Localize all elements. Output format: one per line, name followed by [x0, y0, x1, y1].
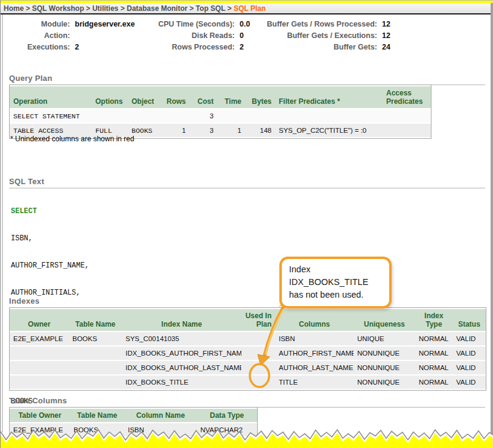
- cell-uniqueness: NONUNIQUE: [354, 376, 415, 389]
- table-row: [10, 438, 257, 448]
- cell-uniqueness: NONUNIQUE: [354, 361, 415, 374]
- cell-index-name: SYS_C00141035: [122, 332, 241, 345]
- cell-uniqueness: NONUNIQUE: [354, 347, 415, 360]
- cell-table-name: BOOKS: [70, 423, 124, 437]
- column-header: Column Name: [124, 409, 197, 422]
- column-header: Rows: [163, 86, 189, 108]
- summary-value: 12: [382, 30, 390, 42]
- column-header: Object: [128, 86, 163, 108]
- cell-bytes: [245, 109, 275, 123]
- table-row: IDX_BOOKS_AUTHOR_FIRST_NAME AUTHOR_FIRST…: [10, 347, 486, 360]
- query-plan-table: Operation Options Object Rows Cost Time …: [9, 85, 431, 139]
- column-header: Index Name: [122, 309, 241, 331]
- query-plan-header-row: Operation Options Object Rows Cost Time …: [10, 86, 431, 108]
- callout-line: Index IDX_BOOKS_TITLE: [289, 263, 382, 289]
- indexes-table: Owner Table Name Index Name Used In Plan…: [9, 307, 486, 391]
- cell-rows: [163, 109, 189, 123]
- table-row: E2E_EXAMPLE BOOKS SYS_C00141035 ISBN UNI…: [10, 332, 486, 345]
- cell-filter-predicates: [275, 109, 383, 123]
- cell-status: VALID: [453, 361, 486, 374]
- breadcrumb-separator: >: [225, 4, 234, 13]
- cell-data-type: NVARCHAR2: [197, 423, 257, 437]
- cell-owner: E2E_EXAMPLE: [10, 332, 69, 345]
- cell-columns: AUTHOR_FIRST_NAME: [275, 347, 354, 360]
- table-row: IDX_BOOKS_TITLE TITLE NONUNIQUE NORMAL V…: [10, 376, 486, 389]
- cell-owner: [10, 376, 69, 389]
- page-left-border: [2, 14, 3, 432]
- cell-cost: 3: [189, 109, 217, 123]
- column-header: Data Type: [197, 409, 257, 422]
- column-header: Columns: [275, 309, 354, 331]
- column-header: Table Owner: [10, 409, 70, 422]
- cell-used-in-plan: [241, 376, 275, 389]
- breadcrumb: Home > SQL Workshop > Utilities > Databa…: [1, 3, 493, 14]
- table-columns-title: Table Columns: [9, 396, 485, 408]
- annotation-callout: Index IDX_BOOKS_TITLE has not been used.: [279, 257, 392, 309]
- table-row: E2E_EXAMPLE BOOKS ISBN NVARCHAR2: [10, 423, 257, 437]
- table-row: SELECT STATEMENT 3: [10, 109, 431, 123]
- cell-table-owner: E2E_EXAMPLE: [10, 423, 70, 437]
- column-header: Uniqueness: [354, 309, 415, 331]
- cell-index-type: NORMAL: [415, 376, 453, 389]
- column-header: Options: [92, 86, 128, 108]
- breadcrumb-item-utilities[interactable]: Utilities: [92, 4, 118, 13]
- summary-value: 12: [382, 19, 390, 30]
- breadcrumb-item-sql-workshop[interactable]: SQL Workshop: [32, 4, 84, 13]
- cell-index-type: NORMAL: [415, 332, 453, 345]
- cell-table-name: [70, 438, 124, 448]
- breadcrumb-item-top-sql[interactable]: Top SQL: [196, 4, 225, 13]
- cell-table-owner: [10, 438, 70, 448]
- sql-line: AUTHOR_FIRST_NAME,: [11, 261, 89, 270]
- sql-plan-page: Home > SQL Workshop > Utilities > Databa…: [0, 0, 493, 448]
- column-header: Filter Predicates *: [275, 86, 383, 108]
- callout-line: has not been used.: [289, 289, 382, 301]
- column-header: Status: [453, 309, 486, 331]
- cell-table-name: [69, 376, 122, 389]
- cell-index-name: IDX_BOOKS_AUTHOR_LAST_NAME: [122, 361, 241, 374]
- column-header: Index Type: [415, 309, 453, 331]
- table-columns-table: Table Owner Table Name Column Name Data …: [9, 407, 258, 448]
- table-columns-header-row: Table Owner Table Name Column Name Data …: [10, 409, 257, 422]
- column-header: Table Name: [70, 409, 124, 422]
- sql-line: ISBN,: [11, 234, 89, 243]
- table-row: IDX_BOOKS_AUTHOR_LAST_NAME AUTHOR_LAST_N…: [10, 361, 486, 374]
- indexes-title: Indexes: [9, 296, 485, 308]
- breadcrumb-separator: >: [84, 4, 92, 13]
- column-header: Operation: [10, 86, 92, 108]
- summary-label: Buffer Gets / Rows Processed:: [242, 19, 377, 30]
- cell-index-type: NORMAL: [415, 361, 453, 374]
- sql-text-title: SQL Text: [9, 177, 485, 188]
- cell-index-type: NORMAL: [415, 347, 453, 360]
- cell-status: VALID: [453, 376, 486, 389]
- cell-data-type: [197, 438, 257, 448]
- cell-bytes: 148: [245, 124, 275, 137]
- cell-column-name: [124, 438, 197, 448]
- cell-time: [217, 109, 245, 123]
- cell-index-name: IDX_BOOKS_AUTHOR_FIRST_NAME: [122, 347, 241, 360]
- cell-owner: [10, 361, 69, 374]
- cell-used-in-plan: [241, 361, 275, 374]
- cell-table-name: [69, 361, 122, 374]
- column-header: Bytes: [245, 86, 275, 108]
- cell-columns: TITLE: [275, 376, 354, 389]
- breadcrumb-item-home[interactable]: Home: [4, 4, 24, 13]
- cell-table-name: BOOKS: [69, 332, 122, 345]
- summary-value: 24: [382, 42, 390, 53]
- breadcrumb-separator: >: [188, 4, 196, 13]
- breadcrumb-separator: >: [24, 4, 32, 13]
- breadcrumb-item-database-monitor[interactable]: Database Monitor: [127, 4, 188, 13]
- column-header: Used In Plan: [241, 309, 275, 331]
- cell-operation: SELECT STATEMENT: [10, 109, 92, 123]
- column-header: Access Predicates: [383, 86, 431, 108]
- query-plan-title: Query Plan: [9, 74, 485, 85]
- cell-used-in-plan: [241, 332, 275, 345]
- cell-columns: AUTHOR_LAST_NAME: [275, 361, 354, 374]
- cell-uniqueness: UNIQUE: [354, 332, 415, 345]
- breadcrumb-current-sql-plan: SQL Plan: [234, 4, 266, 13]
- cell-object: [128, 109, 163, 123]
- indexes-header-row: Owner Table Name Index Name Used In Plan…: [10, 309, 486, 331]
- summary-label: Buffer Gets / Executions:: [242, 30, 377, 42]
- column-header: Owner: [10, 309, 69, 331]
- column-header: Cost: [189, 86, 217, 108]
- query-plan-footnote: * Unindexed columns are shown in red: [10, 135, 134, 143]
